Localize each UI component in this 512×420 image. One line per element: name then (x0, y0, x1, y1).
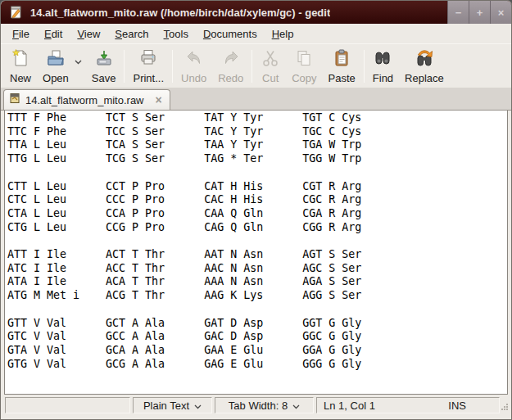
toolbar-separator (124, 50, 125, 83)
copy-button: Copy (286, 46, 322, 87)
cursor-position-area: Ln 1, Col 1 INS (316, 397, 500, 413)
redo-button: Redo (212, 46, 249, 87)
open-dropdown-arrow[interactable] (75, 53, 86, 79)
copy-icon (294, 48, 314, 70)
redo-icon (221, 48, 241, 70)
tab-bar: 14.alt_flatworm_mito.raw × (1, 88, 511, 111)
toolbar-separator (251, 50, 252, 83)
tab-close-icon[interactable]: × (154, 95, 164, 105)
menu-tools[interactable]: Tools (156, 25, 196, 43)
undo-icon (184, 48, 204, 70)
replace-button[interactable]: Replace (399, 46, 450, 87)
chevron-down-icon (194, 400, 202, 412)
menu-view[interactable]: View (70, 25, 107, 43)
undo-button: Undo (175, 46, 212, 87)
menu-search[interactable]: Search (107, 25, 156, 43)
toolbar-separator (172, 50, 173, 83)
text-editor-view[interactable]: TTT F Phe TCT S Ser TAT Y Tyr TGT C Cys … (4, 111, 508, 395)
save-button[interactable]: Save (86, 46, 122, 87)
maximize-button[interactable]: + (469, 1, 490, 24)
menu-documents[interactable]: Documents (196, 25, 265, 43)
new-button[interactable]: New (4, 46, 37, 87)
toolbar: New Open Save (1, 43, 511, 88)
binoculars-icon (373, 48, 392, 70)
save-icon (94, 48, 114, 70)
chevron-down-icon (292, 400, 300, 412)
tab-title: 14.alt_flatworm_mito.raw (25, 94, 144, 106)
input-mode-indicator: INS (448, 400, 466, 412)
print-button[interactable]: Print... (127, 46, 170, 87)
menu-help[interactable]: Help (265, 25, 301, 43)
printer-icon (138, 48, 158, 70)
statusbar-message-area (5, 397, 130, 413)
resize-grip[interactable] (501, 401, 509, 413)
language-selector[interactable]: Plain Text (133, 397, 212, 413)
tab-width-selector[interactable]: Tab Width: 8 (215, 397, 314, 413)
window-controls: − + × (447, 1, 511, 24)
cursor-position: Ln 1, Col 1 (324, 400, 375, 412)
open-folder-icon (46, 48, 66, 70)
scissors-icon (261, 48, 280, 70)
gedit-window: 14.alt_flatworm_mito.raw (/home/birch/da… (0, 0, 512, 420)
tab-document[interactable]: 14.alt_flatworm_mito.raw × (3, 89, 170, 110)
window-title: 14.alt_flatworm_mito.raw (/home/birch/da… (30, 7, 330, 19)
gedit-app-icon (8, 5, 23, 20)
status-bar: Plain Text Tab Width: 8 Ln 1, Col 1 INS (1, 395, 511, 416)
paste-button[interactable]: Paste (323, 46, 361, 87)
file-icon (9, 93, 20, 107)
document-text[interactable]: TTT F Phe TCT S Ser TAT Y Tyr TGT C Cys … (5, 111, 507, 371)
clipboard-icon (332, 48, 351, 70)
find-button[interactable]: Find (367, 46, 399, 87)
new-document-icon (11, 48, 30, 70)
toolbar-separator (364, 50, 365, 83)
minimize-button[interactable]: − (447, 1, 469, 24)
title-bar[interactable]: 14.alt_flatworm_mito.raw (/home/birch/da… (1, 1, 511, 24)
open-button[interactable]: Open (37, 46, 75, 87)
cut-button: Cut (255, 46, 286, 87)
menu-bar: File Edit View Search Tools Documents He… (1, 24, 511, 43)
close-button[interactable]: × (490, 1, 511, 24)
find-replace-icon (415, 48, 434, 70)
menu-edit[interactable]: Edit (37, 25, 70, 43)
menu-file[interactable]: File (5, 25, 37, 43)
